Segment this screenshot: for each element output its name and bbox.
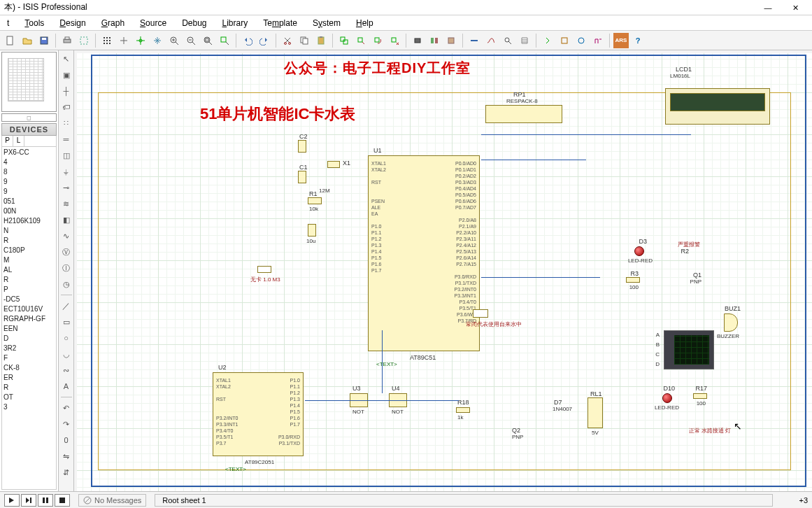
led-d3[interactable] — [634, 246, 644, 256]
orientation-panel[interactable]: ◻ — [1, 113, 57, 122]
device-item[interactable]: OT — [3, 393, 55, 402]
pick-l-button[interactable]: L — [13, 136, 24, 146]
device-item[interactable]: 00N — [3, 206, 55, 216]
menu-system[interactable]: System — [310, 17, 343, 29]
sheet-name-box[interactable]: Root sheet 1 — [155, 494, 773, 507]
device-item[interactable]: P — [3, 285, 55, 295]
tool-a-icon[interactable] — [540, 33, 555, 48]
device-item[interactable]: -DC5 — [3, 295, 55, 304]
grid-fine-icon[interactable] — [116, 33, 131, 48]
schematic-canvas[interactable]: 公众号：电子工程DIY工作室 51单片机智能IC卡水表 XTAL1XTAL2 R… — [74, 50, 812, 491]
device-list[interactable]: PX6-CC489905100NH2106K109NRC180PMALRP-DC… — [1, 147, 57, 490]
select-icon[interactable]: ↖ — [59, 52, 73, 66]
rot-cw-icon[interactable]: ↷ — [59, 417, 73, 431]
device-item[interactable]: M — [3, 255, 55, 265]
pan-icon[interactable] — [150, 33, 165, 48]
device-item[interactable]: R — [3, 236, 55, 246]
text-icon[interactable]: ∷ — [59, 116, 73, 130]
mirror-v-icon[interactable]: ⇵ — [59, 465, 73, 479]
tool-d-icon[interactable] — [590, 33, 606, 48]
flow-switch[interactable] — [473, 309, 488, 318]
r3[interactable] — [626, 277, 640, 283]
r17[interactable] — [693, 393, 707, 399]
library-icon[interactable] — [427, 33, 442, 48]
device-item[interactable]: R — [3, 275, 55, 285]
undo-icon[interactable] — [240, 33, 255, 48]
menu-tools[interactable]: Tools — [22, 17, 47, 29]
c1[interactable] — [298, 171, 306, 183]
device-item[interactable]: R — [3, 383, 55, 393]
lcd[interactable] — [665, 88, 770, 125]
cut-icon[interactable] — [280, 33, 295, 48]
trace-icon[interactable] — [483, 33, 499, 48]
device-pin-icon[interactable]: ⊸ — [59, 181, 73, 195]
stop-button[interactable] — [55, 494, 70, 507]
r18[interactable] — [456, 407, 470, 413]
minimize-button[interactable]: — — [755, 1, 781, 15]
close-button[interactable]: ✕ — [783, 1, 808, 15]
menu-graph[interactable]: Graph — [99, 17, 127, 29]
probe-v-icon[interactable]: Ⓥ — [59, 245, 73, 259]
device-item[interactable]: ECT10U16V — [3, 304, 55, 314]
zoom-in-icon[interactable] — [166, 33, 182, 48]
nocard-button[interactable] — [257, 266, 271, 273]
probe-i-icon[interactable]: Ⓘ — [59, 261, 73, 275]
mcu-u2[interactable]: XTAL1XTAL2 RST P3.2/INT0P3.3/INT1P3.4/T0… — [213, 372, 304, 456]
menu-help[interactable]: Help — [353, 17, 376, 29]
device-item[interactable]: AL — [3, 265, 55, 275]
print-icon[interactable] — [59, 33, 75, 48]
path-icon[interactable]: ∾ — [59, 363, 73, 377]
pause-button[interactable] — [38, 494, 53, 507]
block-rotate-icon[interactable] — [370, 33, 385, 48]
r1[interactable] — [308, 197, 322, 204]
new-icon[interactable] — [3, 33, 18, 48]
device-item[interactable]: 3 — [3, 402, 55, 412]
help-icon[interactable]: ? — [630, 33, 646, 48]
tool-b-icon[interactable] — [557, 33, 572, 48]
print-region-icon[interactable] — [76, 33, 92, 48]
relay[interactable] — [587, 397, 603, 428]
pick-p-button[interactable]: P — [2, 136, 13, 146]
label-icon[interactable]: 🏷 — [59, 100, 73, 114]
device-item[interactable]: 9 — [3, 187, 55, 197]
save-icon[interactable] — [36, 33, 52, 48]
rp1[interactable] — [485, 105, 562, 123]
device-item[interactable]: N — [3, 226, 55, 236]
device-item[interactable]: F — [3, 353, 55, 363]
device-item[interactable]: PX6-CC — [3, 148, 55, 157]
device-item[interactable]: ER — [3, 373, 55, 383]
device-item[interactable]: 9 — [3, 177, 55, 187]
subckt-icon[interactable]: ◫ — [59, 148, 73, 162]
open-icon[interactable] — [20, 33, 35, 48]
device-item[interactable]: 3R2 — [3, 344, 55, 353]
c3[interactable] — [308, 224, 316, 237]
device-item[interactable]: CK-8 — [3, 363, 55, 373]
rot-ccw-icon[interactable]: ↶ — [59, 401, 73, 415]
origin-icon[interactable] — [133, 33, 148, 48]
block-delete-icon[interactable] — [387, 33, 402, 48]
block-move-icon[interactable] — [353, 33, 369, 48]
tool-c-icon[interactable] — [574, 33, 589, 48]
block-copy-icon[interactable] — [336, 33, 352, 48]
oscilloscope[interactable] — [664, 330, 714, 369]
paste-icon[interactable] — [313, 33, 329, 48]
device-item[interactable]: 8 — [3, 167, 55, 177]
text2-icon[interactable]: A — [59, 379, 73, 393]
grid-dots-icon[interactable] — [99, 33, 115, 48]
menu-template[interactable]: Template — [260, 17, 300, 29]
menu-debug[interactable]: Debug — [179, 17, 209, 29]
graph-icon[interactable]: ≋ — [59, 197, 73, 211]
pick-device-icon[interactable] — [410, 33, 425, 48]
step-button[interactable] — [21, 494, 36, 507]
arc-icon[interactable]: ◡ — [59, 347, 73, 361]
device-item[interactable]: 4 — [3, 157, 55, 167]
menu-source[interactable]: Source — [137, 17, 169, 29]
menu-design[interactable]: Design — [57, 17, 88, 29]
device-item[interactable]: H2106K109 — [3, 216, 55, 226]
generator-icon[interactable]: ∿ — [59, 229, 73, 243]
device-item[interactable]: RGRAPH-GF — [3, 314, 55, 324]
led-d10[interactable] — [662, 393, 672, 403]
terminal-icon[interactable]: ⏚ — [59, 164, 73, 178]
meter-icon[interactable]: ◷ — [59, 277, 73, 291]
play-button[interactable] — [4, 494, 20, 507]
